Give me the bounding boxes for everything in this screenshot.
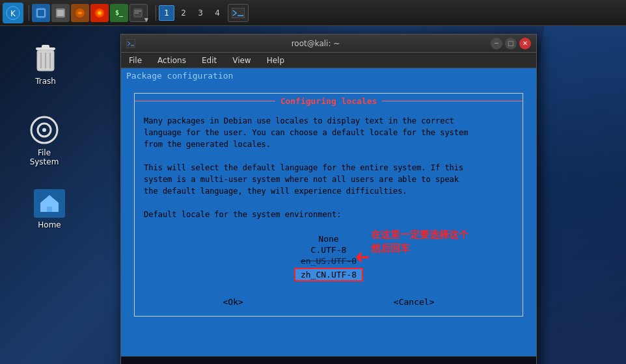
taskbar: K $_ ▼ 1 2 3 4 xyxy=(0,0,626,26)
workspace-1[interactable]: 1 xyxy=(159,5,174,21)
trash-desktop-icon[interactable]: Trash xyxy=(20,39,72,90)
taskbar-app-2[interactable] xyxy=(51,4,70,22)
svg-rect-25 xyxy=(127,40,135,47)
minimize-button[interactable]: ─ xyxy=(491,38,502,49)
home-label: Home xyxy=(38,220,61,229)
terminal-icon xyxy=(126,39,135,48)
taskbar-apps: $_ ▼ xyxy=(32,4,148,22)
svg-rect-16 xyxy=(42,45,49,49)
workspace-2[interactable]: 2 xyxy=(176,5,191,21)
taskbar-sep-1 xyxy=(29,5,29,21)
dialog-para-3: Default locale for the system environmen… xyxy=(144,209,513,220)
terminal-window: root@kali: ~ ─ □ ✕ File Actions Edit Vie… xyxy=(120,34,537,364)
dialog-titlebar: Configuring locales xyxy=(135,94,523,109)
svg-point-23 xyxy=(42,128,46,132)
filesystem-desktop-icon[interactable]: File System xyxy=(18,110,70,170)
close-button[interactable]: ✕ xyxy=(519,38,531,49)
home-icon-img xyxy=(34,189,65,218)
window-controls: ─ □ ✕ xyxy=(491,38,531,49)
locale-selected-container[interactable]: zh_CN.UTF-8 xyxy=(135,268,523,281)
dialog-buttons: <Ok> <Cancel> xyxy=(135,288,523,316)
workspace-buttons: 1 2 3 4 xyxy=(159,5,225,21)
svg-rect-13 xyxy=(232,8,245,18)
title-line-left xyxy=(135,101,275,101)
taskbar-app-1[interactable] xyxy=(32,4,50,22)
svg-point-11 xyxy=(98,12,101,14)
annotation-text: 在这里一定要选择这个然后回车 xyxy=(371,228,469,255)
menu-view[interactable]: View xyxy=(230,55,253,66)
dialog-title: Configuring locales xyxy=(275,96,383,106)
pkg-config-header: Package configuration xyxy=(121,68,536,83)
workspace-4[interactable]: 4 xyxy=(210,5,225,21)
menu-file[interactable]: File xyxy=(126,55,144,66)
maximize-button[interactable]: □ xyxy=(505,38,517,49)
terminal-scrollbar-area xyxy=(121,356,536,364)
trash-icon-img xyxy=(30,43,61,74)
taskbar-app-4[interactable] xyxy=(90,4,109,22)
home-desktop-icon[interactable]: Home xyxy=(23,185,75,233)
title-line-right xyxy=(382,101,523,101)
taskbar-sep-2 xyxy=(156,5,156,21)
taskbar-app-6[interactable]: ▼ xyxy=(129,4,148,22)
cancel-button[interactable]: <Cancel> xyxy=(390,296,439,308)
locale-enus[interactable]: en_US.UTF-8 xyxy=(135,255,523,266)
dialog-para-2: This will select the default language fo… xyxy=(144,162,513,197)
dialog-para-1: Many packages in Debian use locales to d… xyxy=(144,115,513,150)
menu-edit[interactable]: Edit xyxy=(199,55,219,66)
svg-text:K: K xyxy=(10,9,16,18)
annotation-arrow: ➜ xyxy=(355,247,370,268)
trash-label: Trash xyxy=(35,77,56,86)
dialog-content: Many packages in Debian use locales to d… xyxy=(135,109,523,227)
configuring-locales-dialog: Configuring locales Many packages in Deb… xyxy=(134,93,523,317)
svg-rect-24 xyxy=(47,207,52,212)
menu-help[interactable]: Help xyxy=(264,55,287,66)
terminal-titlebar: root@kali: ~ ─ □ ✕ xyxy=(121,34,536,53)
ok-button[interactable]: <Ok> xyxy=(219,296,247,308)
pkg-config-body: Configuring locales Many packages in Deb… xyxy=(121,83,536,356)
taskbar-app-3[interactable] xyxy=(71,4,89,22)
menu-actions[interactable]: Actions xyxy=(155,55,189,66)
filesystem-icon-img xyxy=(29,114,60,146)
terminal-taskbar-btn[interactable] xyxy=(228,4,249,22)
workspace-3[interactable]: 3 xyxy=(193,5,208,21)
taskbar-app-5[interactable]: $_ xyxy=(110,4,128,22)
svg-rect-3 xyxy=(38,10,44,16)
filesystem-label: File System xyxy=(22,148,66,166)
terminal-title-text: root@kali: ~ xyxy=(141,39,491,48)
taskbar-logo[interactable]: K xyxy=(3,3,23,23)
terminal-menubar: File Actions Edit View Help xyxy=(121,53,536,68)
locale-zhcn[interactable]: zh_CN.UTF-8 xyxy=(294,268,363,281)
